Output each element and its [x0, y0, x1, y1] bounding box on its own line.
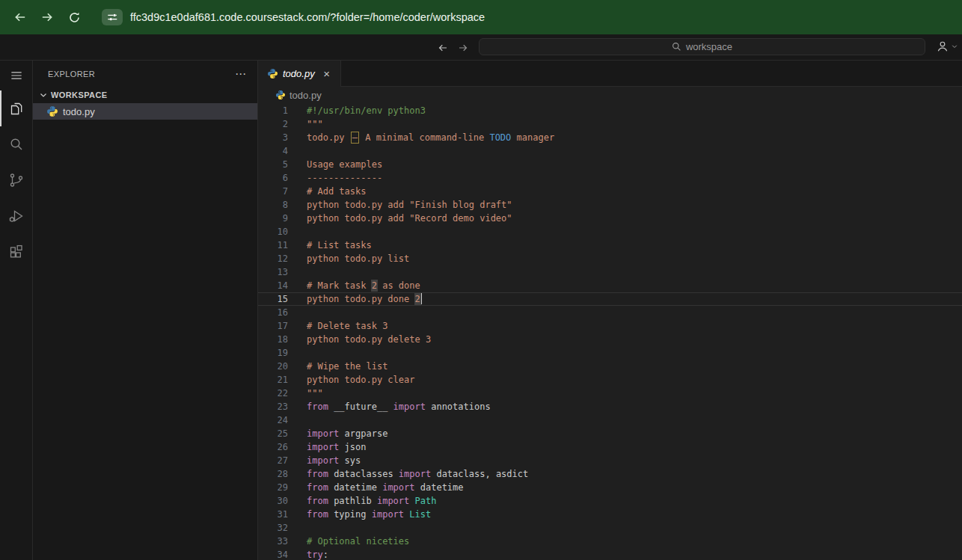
line-number[interactable]: 14	[258, 279, 288, 292]
code-line-24[interactable]: 24	[258, 413, 962, 427]
command-center-search[interactable]: workspace	[479, 38, 925, 55]
vscode-titlebar: workspace	[0, 34, 962, 61]
line-number[interactable]: 20	[258, 360, 288, 373]
tab-todo-py[interactable]: todo.py ×	[258, 61, 341, 87]
arrow-left-icon	[437, 42, 449, 54]
code-line-7[interactable]: 7# Add tasks	[258, 185, 962, 198]
command-center-label: workspace	[686, 41, 732, 52]
code-text: # Wipe the list	[288, 360, 387, 373]
code-line-1[interactable]: 1#!/usr/bin/env python3	[258, 104, 962, 117]
text-cursor	[421, 293, 423, 304]
code-text: # List tasks	[288, 239, 372, 252]
code-line-17[interactable]: 17# Delete task 3	[258, 319, 962, 333]
line-number[interactable]: 13	[258, 265, 288, 279]
line-number[interactable]: 5	[258, 158, 288, 171]
code-line-14[interactable]: 14# Mark task 2 as done	[258, 279, 962, 292]
code-editor[interactable]: 1#!/usr/bin/env python32"""3todo.py — A …	[258, 103, 962, 560]
line-number[interactable]: 30	[258, 494, 288, 508]
line-number[interactable]: 28	[258, 467, 288, 481]
code-line-23[interactable]: 23from __future__ import annotations	[258, 400, 962, 413]
line-number[interactable]: 3	[258, 131, 288, 144]
code-text: from dataclasses import dataclass, asdic…	[288, 467, 528, 481]
line-number[interactable]: 32	[258, 521, 288, 535]
browser-back-button[interactable]	[9, 6, 31, 28]
tab-close-button[interactable]: ×	[319, 67, 334, 81]
line-number[interactable]: 8	[258, 198, 288, 212]
line-number[interactable]: 9	[258, 212, 288, 225]
browser-reload-button[interactable]	[63, 6, 85, 28]
code-line-16[interactable]: 16	[258, 306, 962, 319]
code-text: python todo.py clear	[288, 373, 415, 387]
code-line-12[interactable]: 12python todo.py list	[258, 252, 962, 265]
code-line-30[interactable]: 30from pathlib import Path	[258, 494, 962, 508]
activity-explorer-button[interactable]	[0, 90, 32, 126]
line-number[interactable]: 4	[258, 144, 288, 158]
code-line-22[interactable]: 22"""	[258, 387, 962, 400]
code-line-19[interactable]: 19	[258, 346, 962, 360]
code-line-20[interactable]: 20# Wipe the list	[258, 360, 962, 373]
code-line-15[interactable]: 15python todo.py done 2	[258, 292, 962, 306]
line-number[interactable]: 18	[258, 333, 288, 346]
code-line-18[interactable]: 18python todo.py delete 3	[258, 333, 962, 346]
explorer-more-actions-button[interactable]: ⋯	[235, 70, 247, 78]
line-number[interactable]: 21	[258, 373, 288, 387]
code-line-25[interactable]: 25import argparse	[258, 427, 962, 440]
code-line-29[interactable]: 29from datetime import datetime	[258, 481, 962, 494]
browser-forward-button[interactable]	[36, 6, 58, 28]
file-item-todo-py[interactable]: todo.py	[33, 103, 257, 120]
line-number[interactable]: 29	[258, 481, 288, 494]
line-number[interactable]: 24	[258, 413, 288, 427]
line-number[interactable]: 7	[258, 185, 288, 198]
code-line-11[interactable]: 11# List tasks	[258, 239, 962, 252]
code-line-32[interactable]: 32	[258, 521, 962, 535]
line-number[interactable]: 19	[258, 346, 288, 360]
code-line-5[interactable]: 5Usage examples	[258, 158, 962, 171]
line-number[interactable]: 6	[258, 171, 288, 185]
activity-source-control-button[interactable]	[0, 162, 32, 198]
site-info-button[interactable]	[102, 9, 123, 25]
code-line-28[interactable]: 28from dataclasses import dataclass, asd…	[258, 467, 962, 481]
code-line-3[interactable]: 3todo.py — A minimal command-line TODO m…	[258, 131, 962, 144]
code-line-27[interactable]: 27import sys	[258, 454, 962, 467]
line-number[interactable]: 12	[258, 252, 288, 265]
line-number[interactable]: 23	[258, 400, 288, 413]
line-number[interactable]: 2	[258, 117, 288, 131]
menu-button[interactable]	[0, 61, 32, 90]
code-line-8[interactable]: 8python todo.py add "Finish blog draft"	[258, 198, 962, 212]
activity-search-button[interactable]	[0, 126, 32, 162]
line-number[interactable]: 33	[258, 535, 288, 548]
address-bar[interactable]: ffc3d9c1e0daf681.code.coursestack.com/?f…	[130, 11, 485, 23]
line-number[interactable]: 27	[258, 454, 288, 467]
account-menu-button[interactable]	[935, 39, 958, 54]
code-line-33[interactable]: 33# Optional niceties	[258, 535, 962, 548]
code-line-34[interactable]: 34try:	[258, 548, 962, 560]
code-text	[288, 144, 307, 158]
line-number[interactable]: 1	[258, 104, 288, 117]
line-number[interactable]: 31	[258, 508, 288, 521]
code-line-26[interactable]: 26import json	[258, 440, 962, 454]
line-number[interactable]: 10	[258, 225, 288, 239]
activity-extensions-button[interactable]	[0, 234, 32, 270]
line-number[interactable]: 25	[258, 427, 288, 440]
code-line-6[interactable]: 6--------------	[258, 171, 962, 185]
editor-forward-button[interactable]	[456, 41, 470, 55]
code-line-10[interactable]: 10	[258, 225, 962, 239]
workspace-section-header[interactable]: WORKSPACE	[33, 87, 257, 103]
line-number[interactable]: 17	[258, 319, 288, 333]
line-number[interactable]: 15	[258, 292, 288, 306]
activity-run-debug-button[interactable]	[0, 198, 32, 234]
code-line-2[interactable]: 2"""	[258, 117, 962, 131]
workbench: EXPLORER ⋯ WORKSPACE todo.py	[0, 61, 962, 560]
code-line-13[interactable]: 13	[258, 265, 962, 279]
breadcrumb-item[interactable]: todo.py	[289, 90, 322, 101]
code-line-9[interactable]: 9python todo.py add "Record demo video"	[258, 212, 962, 225]
line-number[interactable]: 11	[258, 239, 288, 252]
code-line-31[interactable]: 31from typing import List	[258, 508, 962, 521]
line-number[interactable]: 26	[258, 440, 288, 454]
editor-back-button[interactable]	[436, 41, 450, 55]
line-number[interactable]: 16	[258, 306, 288, 319]
line-number[interactable]: 22	[258, 387, 288, 400]
code-line-4[interactable]: 4	[258, 144, 962, 158]
code-line-21[interactable]: 21python todo.py clear	[258, 373, 962, 387]
line-number[interactable]: 34	[258, 548, 288, 560]
